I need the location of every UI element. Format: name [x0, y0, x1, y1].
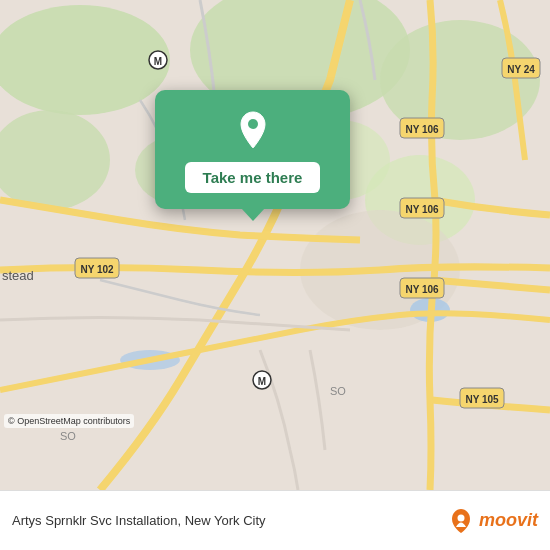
- svg-point-30: [248, 119, 258, 129]
- svg-text:NY 102: NY 102: [80, 264, 114, 275]
- svg-text:M: M: [154, 56, 162, 67]
- svg-text:NY 106: NY 106: [405, 204, 439, 215]
- location-pin-icon: [231, 108, 275, 152]
- svg-text:NY 105: NY 105: [465, 394, 499, 405]
- svg-text:NY 106: NY 106: [405, 284, 439, 295]
- svg-text:SO: SO: [60, 430, 76, 442]
- svg-text:NY 24: NY 24: [507, 64, 535, 75]
- bottom-bar: Artys Sprnklr Svc Installation, New York…: [0, 490, 550, 550]
- svg-text:NY 106: NY 106: [405, 124, 439, 135]
- svg-point-31: [457, 514, 464, 521]
- location-label: Artys Sprnklr Svc Installation, New York…: [12, 513, 266, 528]
- popup-card[interactable]: Take me there: [155, 90, 350, 209]
- take-me-there-button[interactable]: Take me there: [185, 162, 321, 193]
- svg-text:M: M: [258, 376, 266, 387]
- moovit-logo: moovit: [447, 507, 538, 535]
- moovit-icon: [447, 507, 475, 535]
- map-container[interactable]: NY 102 NY 106 NY 106 NY 106 NY 24 NY 105…: [0, 0, 550, 490]
- moovit-label: moovit: [479, 510, 538, 531]
- osm-attribution: © OpenStreetMap contributors: [4, 414, 134, 428]
- svg-text:SO: SO: [330, 385, 346, 397]
- svg-text:stead: stead: [2, 268, 34, 283]
